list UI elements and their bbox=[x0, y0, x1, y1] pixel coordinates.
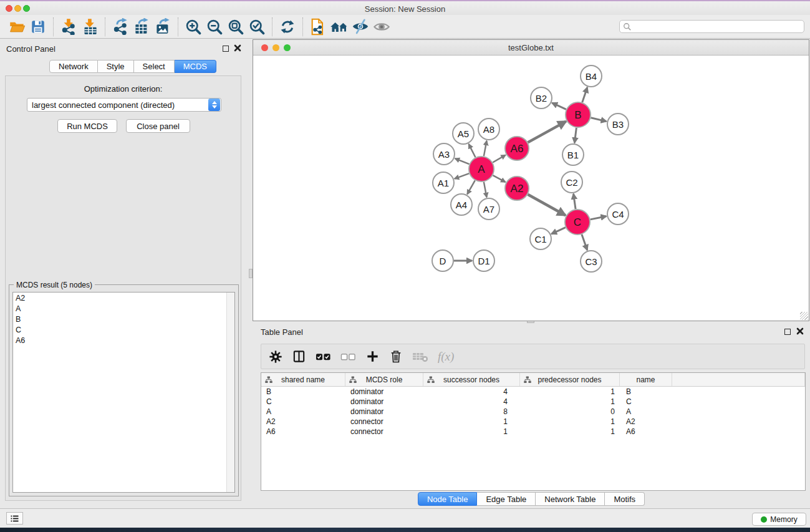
mcds-list-scrollbar[interactable] bbox=[226, 293, 234, 492]
column-header-predecessor-nodes[interactable]: predecessor nodes bbox=[520, 373, 620, 386]
table-cell[interactable]: C bbox=[620, 397, 672, 407]
tab-mcds[interactable]: MCDS bbox=[175, 60, 216, 73]
table-cell[interactable]: A2 bbox=[261, 417, 345, 427]
control-panel-float-button[interactable] bbox=[223, 46, 229, 52]
table-cell[interactable]: A6 bbox=[261, 427, 345, 437]
search-field[interactable] bbox=[619, 20, 804, 33]
edge-B-B1[interactable] bbox=[574, 128, 576, 143]
table-cell[interactable]: connector bbox=[345, 417, 423, 427]
settings-gear-icon[interactable] bbox=[269, 350, 282, 364]
tab-style[interactable]: Style bbox=[98, 60, 134, 73]
edge-A-A5[interactable] bbox=[469, 144, 476, 157]
edge-A-A2[interactable] bbox=[493, 175, 505, 182]
refresh-button[interactable] bbox=[277, 17, 298, 37]
zoom-in-button[interactable] bbox=[183, 17, 204, 37]
column-header-successor-nodes[interactable]: successor nodes bbox=[423, 373, 520, 386]
table-panel-close-button[interactable] bbox=[796, 327, 804, 335]
mcds-result-item[interactable]: C bbox=[13, 324, 234, 335]
task-history-button[interactable] bbox=[6, 512, 23, 525]
table-cell[interactable]: connector bbox=[345, 427, 423, 437]
table-cell[interactable]: 1 bbox=[423, 417, 520, 427]
mcds-result-list[interactable]: A2ABCA6 bbox=[12, 292, 235, 493]
edge-B-B3[interactable] bbox=[591, 118, 606, 122]
table-row[interactable]: A6connector11A6 bbox=[261, 427, 805, 437]
table-row[interactable]: A2connector11A2 bbox=[261, 417, 805, 427]
control-panel-close-button[interactable] bbox=[234, 44, 241, 52]
table-cell[interactable]: 1 bbox=[520, 387, 620, 397]
table-cell[interactable]: 1 bbox=[423, 427, 520, 437]
tab-select[interactable]: Select bbox=[134, 60, 175, 73]
edge-A-A8[interactable] bbox=[484, 141, 487, 157]
table-panel-float-button[interactable] bbox=[784, 329, 791, 335]
edge-A-A7[interactable] bbox=[484, 182, 487, 198]
mcds-result-item[interactable]: A6 bbox=[13, 335, 234, 346]
edge-A-A6[interactable] bbox=[493, 155, 506, 163]
tab-network[interactable]: Network bbox=[49, 60, 98, 73]
column-header-shared-name[interactable]: shared name bbox=[261, 373, 345, 386]
network-window-titlebar[interactable]: testGlobe.txt bbox=[253, 40, 809, 56]
save-session-button[interactable] bbox=[27, 17, 49, 37]
hide-graphics-details-button[interactable] bbox=[350, 17, 371, 37]
edge-B-B2[interactable] bbox=[552, 103, 566, 109]
run-mcds-button[interactable]: Run MCDS bbox=[57, 119, 117, 133]
table-cell[interactable]: A2 bbox=[620, 417, 672, 427]
table-cell[interactable]: A bbox=[261, 407, 345, 417]
edge-A6-B[interactable] bbox=[528, 122, 566, 143]
table-row[interactable]: Adominator80A bbox=[261, 407, 805, 417]
select-stepper-icon[interactable] bbox=[208, 99, 220, 111]
edge-A-A3[interactable] bbox=[455, 158, 470, 164]
table-cell[interactable]: 8 bbox=[423, 407, 520, 417]
table-cell[interactable]: 4 bbox=[423, 397, 520, 407]
mcds-result-item[interactable]: A2 bbox=[13, 293, 234, 303]
zoom-out-button[interactable] bbox=[204, 17, 225, 37]
delete-column-trash-icon[interactable] bbox=[389, 350, 403, 364]
memory-button[interactable]: Memory bbox=[752, 513, 806, 526]
export-table-button[interactable] bbox=[131, 17, 152, 37]
tab-node-table[interactable]: Node Table bbox=[418, 492, 478, 506]
edge-C-C4[interactable] bbox=[591, 216, 607, 220]
table-cell[interactable]: 1 bbox=[520, 397, 620, 407]
network-from-file-button[interactable] bbox=[307, 17, 329, 37]
network-canvas[interactable]: AA1A2A3A4A5A6A7A8BB1B2B3B4CC1C2C3C4DD1 bbox=[253, 56, 809, 321]
edge-C-C3[interactable] bbox=[582, 235, 587, 250]
edge-C-C2[interactable] bbox=[574, 194, 576, 209]
unselect-all-icon[interactable] bbox=[340, 352, 356, 362]
import-table-button[interactable] bbox=[79, 17, 100, 37]
resize-gripper[interactable] bbox=[800, 312, 808, 320]
open-file-button[interactable] bbox=[6, 17, 27, 37]
tab-edge-table[interactable]: Edge Table bbox=[477, 492, 536, 506]
table-cell[interactable]: C bbox=[261, 397, 345, 407]
table-cell[interactable]: 1 bbox=[520, 427, 620, 437]
export-network-button[interactable] bbox=[110, 17, 131, 37]
search-input[interactable] bbox=[632, 21, 804, 32]
export-image-button[interactable] bbox=[152, 17, 173, 37]
table-cell[interactable]: 0 bbox=[520, 407, 620, 417]
mcds-result-item[interactable]: A bbox=[13, 303, 234, 314]
add-column-icon[interactable] bbox=[365, 349, 380, 364]
edge-A-A4[interactable] bbox=[467, 180, 475, 194]
home-view-button[interactable] bbox=[329, 17, 350, 37]
edge-B-B4[interactable] bbox=[582, 87, 587, 102]
table-row[interactable]: Bdominator41B bbox=[261, 387, 805, 397]
table-cell[interactable]: B bbox=[261, 387, 345, 397]
edge-A-A1[interactable] bbox=[455, 173, 469, 178]
table-cell[interactable]: dominator bbox=[345, 397, 423, 407]
table-cell[interactable]: A6 bbox=[620, 427, 672, 437]
import-network-button[interactable] bbox=[58, 17, 79, 37]
table-cell[interactable]: A bbox=[620, 407, 672, 417]
column-panel-icon[interactable] bbox=[292, 349, 306, 364]
table-cell[interactable]: 1 bbox=[520, 417, 620, 427]
table-cell[interactable]: dominator bbox=[345, 387, 423, 397]
table-cell[interactable]: 4 bbox=[423, 387, 520, 397]
mcds-result-item[interactable]: B bbox=[13, 314, 234, 324]
edge-C-C1[interactable] bbox=[551, 228, 566, 234]
table-cell[interactable]: dominator bbox=[345, 407, 423, 417]
table-cell[interactable]: B bbox=[620, 387, 672, 397]
select-all-icon[interactable] bbox=[316, 352, 331, 362]
optimization-criterion-select[interactable]: largest connected component (directed) bbox=[27, 98, 221, 112]
column-header-MCDS-role[interactable]: MCDS role bbox=[345, 373, 423, 386]
column-header-name[interactable]: name bbox=[620, 373, 672, 386]
edge-A2-C[interactable] bbox=[528, 195, 565, 216]
zoom-selected-button[interactable] bbox=[246, 17, 268, 37]
tab-network-table[interactable]: Network Table bbox=[536, 492, 605, 506]
